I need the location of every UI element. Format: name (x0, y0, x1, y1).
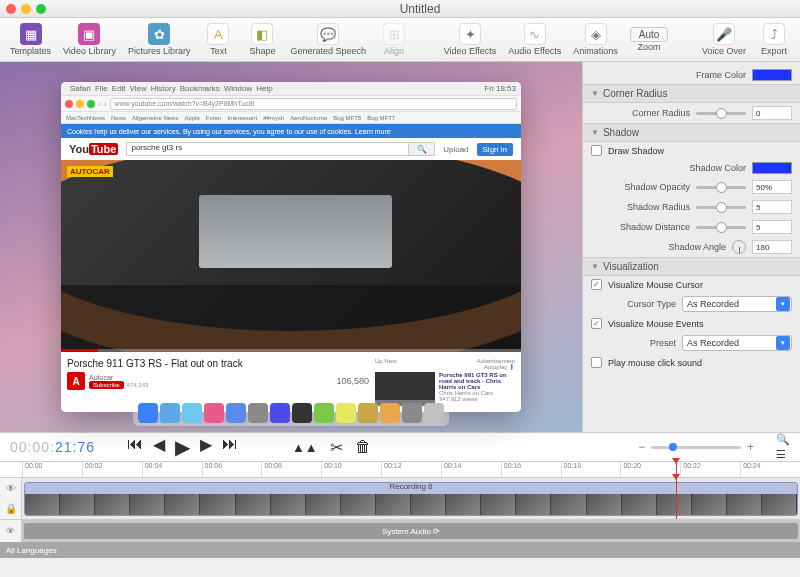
autocar-badge: AUTOCAR (67, 166, 113, 177)
app-icon (270, 403, 290, 423)
shadow-distance-label: Shadow Distance (591, 222, 690, 232)
angle-dial-icon[interactable] (732, 240, 746, 254)
draw-shadow-label: Draw Shadow (608, 146, 664, 156)
markers-button[interactable]: ▲▲ (292, 440, 318, 455)
upload-button: Upload (443, 145, 468, 154)
corner-radius-slider[interactable] (696, 112, 746, 115)
label: Audio Effects (508, 46, 561, 56)
subscribe-button: Subscribe (89, 381, 124, 389)
app-icon (248, 403, 268, 423)
languages-bar[interactable]: All Languages (0, 542, 800, 558)
go-start-button[interactable]: ⏮ (127, 435, 143, 459)
shadow-opacity-label: Shadow Opacity (591, 182, 690, 192)
label: Animations (573, 46, 618, 56)
visibility-icon[interactable]: 👁 (6, 526, 15, 536)
track-gutter: 👁 (0, 520, 22, 542)
audio-effects-button[interactable]: ∿Audio Effects (504, 21, 565, 58)
macos-menubar: Safari File Edit View History Bookmarks … (61, 82, 521, 96)
view-count: 106,580 (336, 376, 369, 386)
animations-button[interactable]: ◈Animations (569, 21, 622, 58)
video-player: AUTOCAR (61, 160, 521, 352)
shadow-color-swatch[interactable] (752, 162, 792, 174)
section-visualization[interactable]: ▼Visualization (583, 257, 800, 276)
visibility-icon[interactable]: 👁 (6, 483, 16, 494)
close-icon[interactable] (6, 4, 16, 14)
shadow-radius-value[interactable]: 5 (752, 200, 792, 214)
shadow-opacity-slider[interactable] (696, 186, 746, 189)
draw-shadow-checkbox[interactable] (591, 145, 602, 156)
minimize-icon (76, 100, 84, 108)
signin-button: Sign in (477, 143, 513, 156)
delete-button[interactable]: 🗑 (355, 438, 371, 456)
safari-icon (182, 403, 202, 423)
ruler-tick: 00:08 (261, 462, 321, 477)
ruler-tick: 00:22 (680, 462, 740, 477)
zoom-in-button[interactable]: + (747, 440, 754, 454)
playhead[interactable] (676, 478, 677, 519)
search-icon: 🔍 (409, 142, 435, 156)
zoom-slider[interactable] (651, 446, 741, 449)
minimize-icon[interactable] (21, 4, 31, 14)
align-button[interactable]: ⊞Align (374, 21, 414, 58)
ruler-tick: 00:02 (82, 462, 142, 477)
bookmark: AeroNocturna (290, 115, 327, 121)
app-icon (358, 403, 378, 423)
step-back-button[interactable]: ◀ (153, 435, 165, 459)
pictures-library-button[interactable]: ✿Pictures Library (124, 21, 195, 58)
step-forward-button[interactable]: ▶ (200, 435, 212, 459)
label: Export (761, 46, 787, 56)
timecode: 00:00:21:76 (10, 439, 95, 455)
ruler-tick: 00:18 (561, 462, 621, 477)
search-icon[interactable]: 🔍 (776, 433, 790, 446)
templates-button[interactable]: ▦Templates (6, 21, 55, 58)
play-button[interactable]: ▶ (175, 435, 190, 459)
zoom-select[interactable]: AutoZoom (626, 25, 673, 54)
export-button[interactable]: ⤴Export (754, 21, 794, 58)
channel-name: Autocar (89, 374, 148, 381)
section-corner-radius[interactable]: ▼Corner Radius (583, 84, 800, 103)
cursor-type-select[interactable]: As Recorded▾ (682, 296, 792, 312)
track-gutter: 👁 🔒 (0, 478, 22, 519)
bookmark: Foren (206, 115, 222, 121)
preview-canvas[interactable]: Safari File Edit View History Bookmarks … (0, 62, 582, 432)
video-library-button[interactable]: ▣Video Library (59, 21, 120, 58)
visualize-events-checkbox[interactable]: ✓ (591, 318, 602, 329)
shape-button[interactable]: ◧Shape (242, 21, 282, 58)
menu-item: History (151, 84, 176, 93)
cut-button[interactable]: ✂ (330, 438, 343, 457)
zoom-out-button[interactable]: − (638, 440, 645, 454)
bookmarks-bar: MacTechNews News Allgemeine News Apple F… (61, 112, 521, 124)
shadow-opacity-value[interactable]: 50% (752, 180, 792, 194)
timeline-ruler[interactable]: 00:00 00:02 00:04 00:06 00:08 00:10 00:1… (0, 462, 800, 478)
frame-color-swatch[interactable] (752, 69, 792, 81)
visualize-cursor-checkbox[interactable]: ✓ (591, 279, 602, 290)
cursor-type-label: Cursor Type (591, 299, 676, 309)
corner-radius-value[interactable]: 0 (752, 106, 792, 120)
section-shadow[interactable]: ▼Shadow (583, 123, 800, 142)
shadow-distance-value[interactable]: 5 (752, 220, 792, 234)
play-sound-checkbox[interactable] (591, 357, 602, 368)
safari-window: Safari File Edit View History Bookmarks … (61, 82, 521, 412)
label: Text (210, 46, 227, 56)
label: Shape (249, 46, 275, 56)
lock-icon[interactable]: 🔒 (5, 503, 17, 514)
video-clip[interactable]: Recording 8 (24, 482, 798, 516)
channel-icon: A (67, 372, 85, 390)
preset-select[interactable]: As Recorded▾ (682, 335, 792, 351)
go-end-button[interactable]: ⏭ (222, 435, 238, 459)
play-sound-label: Play mouse click sound (608, 358, 702, 368)
video-effects-button[interactable]: ✦Video Effects (440, 21, 501, 58)
video-track[interactable]: 👁 🔒 Recording 8 (0, 478, 800, 520)
label: Pictures Library (128, 46, 191, 56)
shadow-radius-slider[interactable] (696, 206, 746, 209)
list-icon[interactable]: ☰ (776, 448, 790, 461)
shadow-distance-slider[interactable] (696, 226, 746, 229)
voice-over-button[interactable]: 🎤Voice Over (698, 21, 750, 58)
audio-track[interactable]: 👁 System Audio ⟳ (0, 520, 800, 542)
zoom-icon[interactable] (36, 4, 46, 14)
text-button[interactable]: AText (198, 21, 238, 58)
menu-item: Safari (70, 84, 91, 93)
audio-clip[interactable]: System Audio ⟳ (24, 523, 798, 539)
shadow-angle-value[interactable]: 180 (752, 240, 792, 254)
generated-speech-button[interactable]: 💬Generated Speech (286, 21, 370, 58)
